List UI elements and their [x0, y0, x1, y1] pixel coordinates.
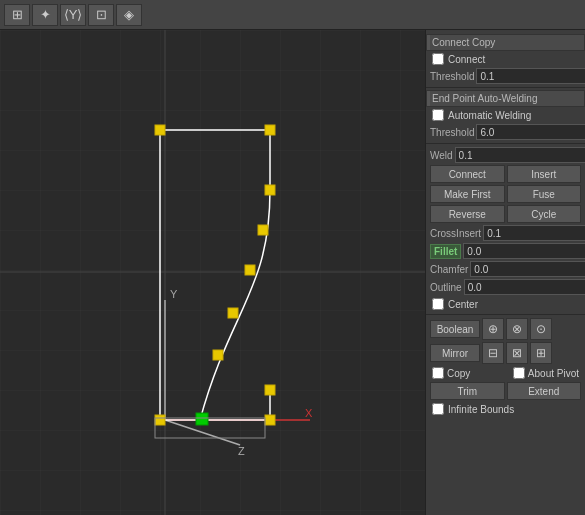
more-btn[interactable]: ◈	[116, 4, 142, 26]
fillet-input[interactable]	[463, 243, 585, 259]
bool-icon-2[interactable]: ⊗	[506, 318, 528, 340]
bool-icon-1[interactable]: ⊕	[482, 318, 504, 340]
chamfer-label: Chamfer	[430, 264, 468, 275]
mirror-row: Mirror ⊟ ⊠ ⊞	[426, 341, 585, 365]
main-area: X Y Z	[0, 30, 585, 515]
aboutpivot-check-group: About Pivot	[513, 367, 579, 379]
weld-input[interactable]	[455, 147, 585, 163]
outline-input-wrap: ▲ ▼	[464, 279, 585, 295]
endpoint-welding-section: End Point Auto-Welding Automatic Welding…	[426, 90, 585, 141]
boolean-row: Boolean ⊕ ⊗ ⊙	[426, 317, 585, 341]
svg-rect-15	[155, 125, 165, 135]
svg-text:Z: Z	[238, 445, 245, 457]
crossinsert-input-wrap: ▲ ▼	[483, 225, 585, 241]
outline-label: Outline	[430, 282, 462, 293]
endpoint-welding-title: End Point Auto-Welding	[426, 90, 585, 107]
divider-3	[426, 314, 585, 315]
svg-text:Y: Y	[170, 288, 178, 300]
connect-copy-section: Connect Copy Connect Threshold ▲ ▼	[426, 34, 585, 85]
connect-threshold-input-wrap: ▲ ▼	[476, 68, 585, 84]
weld-row: Weld ▲ ▼	[426, 146, 585, 164]
copy-check-group: Copy	[432, 367, 470, 379]
crossinsert-label: CrossInsert	[430, 228, 481, 239]
svg-rect-22	[155, 415, 165, 425]
trim-extend-row: Trim Extend	[426, 381, 585, 401]
svg-rect-16	[265, 125, 275, 135]
svg-rect-18	[258, 225, 268, 235]
reverse-cycle-row: Reverse Cycle	[426, 204, 585, 224]
connect-copy-title: Connect Copy	[426, 34, 585, 51]
aboutpivot-checkbox[interactable]	[513, 367, 525, 379]
crossinsert-row: CrossInsert ▲ ▼	[426, 224, 585, 242]
mirror-icon-2[interactable]: ⊠	[506, 342, 528, 364]
copy-aboutpivot-row: Copy About Pivot	[426, 365, 585, 381]
fillet-label: Fillet	[430, 244, 461, 259]
make-first-btn[interactable]: Make First	[430, 185, 505, 203]
chamfer-row: Chamfer ▲ ▼	[426, 260, 585, 278]
trim-btn[interactable]: Trim	[430, 382, 505, 400]
divider-1	[426, 87, 585, 88]
copy-checkbox[interactable]	[432, 367, 444, 379]
connect-checkbox[interactable]	[432, 53, 444, 65]
grid-btn[interactable]: ⊞	[4, 4, 30, 26]
viewport[interactable]: X Y Z	[0, 30, 425, 515]
weld-threshold-label: Threshold	[430, 127, 474, 138]
weld-threshold-input-wrap: ▲ ▼	[476, 124, 585, 140]
insert-btn[interactable]: Insert	[507, 165, 582, 183]
svg-rect-21	[213, 350, 223, 360]
infinitebounds-label: Infinite Bounds	[448, 404, 514, 415]
weld-threshold-row: Threshold ▲ ▼	[426, 123, 585, 141]
autoweld-checkbox-row: Automatic Welding	[426, 107, 585, 123]
autoweld-checkbox[interactable]	[432, 109, 444, 121]
svg-rect-19	[245, 265, 255, 275]
copy-label: Copy	[447, 368, 470, 379]
view-btn[interactable]: ⊡	[88, 4, 114, 26]
svg-rect-24	[265, 415, 275, 425]
connect-threshold-input[interactable]	[476, 68, 585, 84]
svg-rect-25	[196, 413, 208, 425]
center-checkbox-row: Center	[426, 296, 585, 312]
boolean-btn[interactable]: Boolean	[430, 320, 480, 338]
chamfer-input[interactable]	[470, 261, 585, 277]
fuse-btn[interactable]: Fuse	[507, 185, 582, 203]
bool-icon-3[interactable]: ⊙	[530, 318, 552, 340]
infinitebounds-checkbox[interactable]	[432, 403, 444, 415]
svg-rect-20	[228, 308, 238, 318]
fillet-input-wrap: ▲ ▼	[463, 243, 585, 259]
aboutpivot-label: About Pivot	[528, 368, 579, 379]
crossinsert-input[interactable]	[483, 225, 585, 241]
right-panel: Connect Copy Connect Threshold ▲ ▼	[425, 30, 585, 515]
snap-btn[interactable]: ⟨Y⟩	[60, 4, 86, 26]
svg-rect-23	[265, 385, 275, 395]
makefirst-fuse-row: Make First Fuse	[426, 184, 585, 204]
outline-input[interactable]	[464, 279, 585, 295]
threshold-label: Threshold	[430, 71, 474, 82]
extend-btn[interactable]: Extend	[507, 382, 582, 400]
connect-threshold-row: Threshold ▲ ▼	[426, 67, 585, 85]
cycle-btn[interactable]: Cycle	[507, 205, 582, 223]
connect-insert-row: Connect Insert	[426, 164, 585, 184]
center-checkbox[interactable]	[432, 298, 444, 310]
weld-label: Weld	[430, 150, 453, 161]
weld-input-wrap: ▲ ▼	[455, 147, 585, 163]
connect-checkbox-row: Connect	[426, 51, 585, 67]
mirror-icon-3[interactable]: ⊞	[530, 342, 552, 364]
divider-2	[426, 143, 585, 144]
center-btn[interactable]: ✦	[32, 4, 58, 26]
chamfer-input-wrap: ▲ ▼	[470, 261, 585, 277]
top-toolbar: ⊞ ✦ ⟨Y⟩ ⊡ ◈	[0, 0, 585, 30]
weld-threshold-input[interactable]	[476, 124, 585, 140]
outline-row: Outline ▲ ▼	[426, 278, 585, 296]
svg-text:X: X	[305, 407, 313, 419]
reverse-btn[interactable]: Reverse	[430, 205, 505, 223]
svg-rect-17	[265, 185, 275, 195]
infinitebounds-row: Infinite Bounds	[426, 401, 585, 417]
connect-btn[interactable]: Connect	[430, 165, 505, 183]
mirror-icon-1[interactable]: ⊟	[482, 342, 504, 364]
fillet-row: Fillet ▲ ▼	[426, 242, 585, 260]
mirror-btn[interactable]: Mirror	[430, 344, 480, 362]
